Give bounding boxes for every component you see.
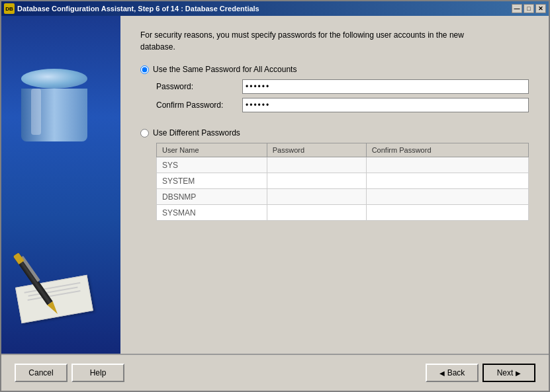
- minimize-button[interactable]: —: [512, 4, 522, 13]
- different-passwords-label[interactable]: Use Different Passwords: [153, 128, 240, 137]
- col-password: Password: [267, 143, 366, 157]
- cell-confirm-password[interactable]: [366, 157, 528, 173]
- col-confirm: Confirm Password: [366, 143, 528, 157]
- same-password-label[interactable]: Use the Same Password for All Accounts: [153, 65, 297, 74]
- confirm-password-label: Confirm Password:: [156, 100, 242, 110]
- credentials-table: User Name Password Confirm Password SYSS…: [156, 143, 529, 221]
- credentials-table-section: User Name Password Confirm Password SYSS…: [156, 143, 529, 221]
- next-label: Next: [497, 368, 514, 377]
- bottom-left-buttons: Cancel Help: [15, 364, 124, 382]
- back-arrow-icon: ◀: [439, 370, 445, 377]
- close-button[interactable]: ✕: [535, 4, 546, 13]
- app-icon: DB: [4, 3, 15, 14]
- cell-password[interactable]: [267, 205, 366, 221]
- cylinder-shine: [31, 89, 41, 135]
- col-username: User Name: [157, 143, 267, 157]
- right-panel: For security reasons, you must specify p…: [120, 16, 549, 354]
- password-row: Password:: [156, 79, 529, 94]
- table-row: SYSMAN: [157, 205, 529, 221]
- cylinder-top: [21, 69, 87, 89]
- table-row: SYSTEM: [157, 173, 529, 189]
- description-line2: database.: [140, 42, 175, 52]
- password-input[interactable]: [242, 79, 529, 94]
- cell-confirm-password[interactable]: [366, 173, 528, 189]
- db-illustration: [21, 69, 87, 141]
- main-window: DB Database Configuration Assistant, Ste…: [0, 0, 550, 392]
- bottom-right-buttons: ◀ Back Next ▶: [426, 364, 535, 382]
- next-arrow-icon: ▶: [516, 370, 521, 377]
- back-label: Back: [447, 368, 465, 377]
- bottom-bar: Cancel Help ◀ Back Next ▶: [1, 354, 549, 391]
- cell-password[interactable]: [267, 157, 366, 173]
- next-button[interactable]: Next ▶: [482, 364, 535, 382]
- cell-confirm-password[interactable]: [366, 205, 528, 221]
- same-password-fields: Password: Confirm Password:: [156, 79, 529, 112]
- back-button[interactable]: ◀ Back: [426, 364, 479, 382]
- different-passwords-radio[interactable]: [140, 129, 149, 137]
- window-title: Database Configuration Assistant, Step 6…: [17, 5, 259, 13]
- confirm-password-row: Confirm Password:: [156, 98, 529, 112]
- left-panel: [1, 16, 120, 354]
- cell-username: SYS: [157, 157, 267, 173]
- title-bar: DB Database Configuration Assistant, Ste…: [1, 1, 549, 16]
- cell-password[interactable]: [267, 173, 366, 189]
- paper: [15, 275, 93, 323]
- maximize-button[interactable]: □: [524, 4, 534, 13]
- same-password-section: Use the Same Password for All Accounts P…: [140, 65, 529, 120]
- confirm-password-input[interactable]: [242, 98, 529, 112]
- table-row: DBSNMP: [157, 189, 529, 205]
- same-password-radio[interactable]: [140, 65, 149, 74]
- cell-username: DBSNMP: [157, 189, 267, 205]
- password-label: Password:: [156, 82, 242, 91]
- cell-username: SYSTEM: [157, 173, 267, 189]
- different-passwords-option[interactable]: Use Different Passwords: [140, 128, 529, 137]
- help-button[interactable]: Help: [71, 364, 124, 382]
- description-line1: For security reasons, you must specify p…: [140, 30, 464, 40]
- cell-confirm-password[interactable]: [366, 189, 528, 205]
- same-password-option[interactable]: Use the Same Password for All Accounts: [140, 65, 529, 74]
- different-passwords-section: Use Different Passwords User Name Passwo…: [140, 128, 529, 221]
- cell-username: SYSMAN: [157, 205, 267, 221]
- cell-password[interactable]: [267, 189, 366, 205]
- title-bar-left: DB Database Configuration Assistant, Ste…: [4, 3, 259, 14]
- window-content: For security reasons, you must specify p…: [1, 16, 549, 354]
- cylinder-body: [21, 89, 87, 141]
- title-bar-buttons: — □ ✕: [512, 4, 546, 13]
- description-text: For security reasons, you must specify p…: [140, 29, 529, 53]
- cancel-button[interactable]: Cancel: [15, 364, 68, 382]
- table-row: SYS: [157, 157, 529, 173]
